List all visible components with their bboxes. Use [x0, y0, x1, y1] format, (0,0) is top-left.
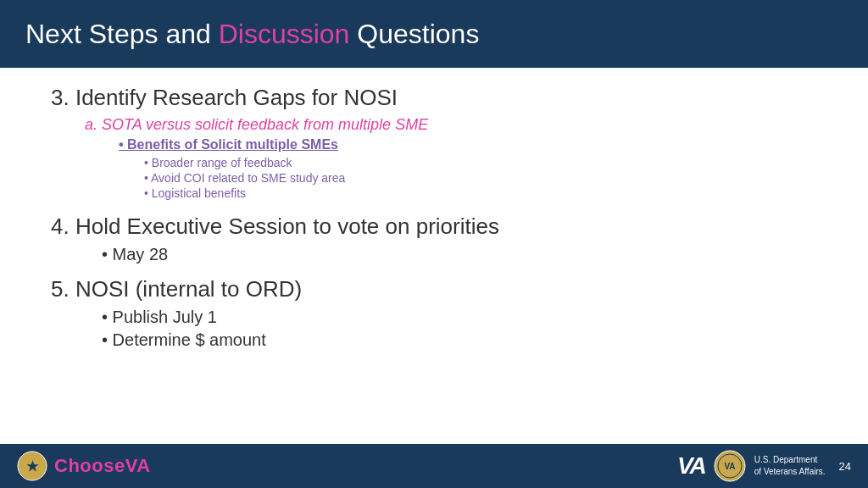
title-before: Next Steps and	[25, 19, 219, 49]
item-5-bullet-2: Determine $ amount	[102, 330, 817, 350]
va-logo: VA	[677, 452, 705, 480]
va-text: VA	[125, 455, 151, 476]
item-5-bullet-1: Publish July 1	[102, 308, 817, 327]
item-3-bullet-2: Avoid COI related to SME study area	[144, 171, 817, 185]
item-3-bullet-3: Logistical benefits	[144, 186, 817, 200]
item-3: 3. Identify Research Gaps for NOSI a. SO…	[51, 85, 817, 200]
slide-content: 3. Identify Research Gaps for NOSI a. SO…	[0, 68, 868, 367]
item-4: 4. Hold Executive Session to vote on pri…	[51, 214, 817, 264]
svg-text:★: ★	[26, 459, 39, 474]
footer-left: ★ ChooseVA	[17, 451, 677, 481]
title-highlight: Discussion	[219, 19, 350, 49]
footer-dept-text: U.S. Department of Veterans Affairs.	[754, 454, 826, 478]
item-3-bullet-1: Broader range of feedback	[144, 156, 817, 169]
item-3-label: 3. Identify Research Gaps for NOSI	[51, 85, 817, 111]
chooseva-shield-icon: ★	[17, 451, 47, 481]
item-5: 5. NOSI (internal to ORD) Publish July 1…	[51, 276, 817, 350]
item-5-label: 5. NOSI (internal to ORD)	[51, 276, 817, 302]
item-3-sub-a: a. SOTA versus solicit feedback from mul…	[85, 116, 817, 134]
title-after: Questions	[349, 19, 479, 49]
item-4-label: 4. Hold Executive Session to vote on pri…	[51, 214, 817, 240]
slide-header: Next Steps and Discussion Questions	[0, 0, 868, 68]
slide-title: Next Steps and Discussion Questions	[25, 18, 479, 50]
chooseva-label: ChooseVA	[54, 455, 151, 477]
svg-text:VA: VA	[724, 462, 735, 471]
page-number: 24	[839, 460, 851, 473]
item-4-bullet-1: May 28	[102, 245, 817, 264]
footer-right: VA VA U.S. Department of Veterans Affair…	[677, 450, 851, 482]
slide-footer: ★ ChooseVA VA VA U.S. Department of Vete…	[0, 444, 868, 488]
choose-text: Choose	[54, 455, 125, 476]
va-seal-icon: VA	[714, 450, 746, 482]
item-3-level3: Benefits of Solicit multiple SMEs	[119, 137, 817, 152]
